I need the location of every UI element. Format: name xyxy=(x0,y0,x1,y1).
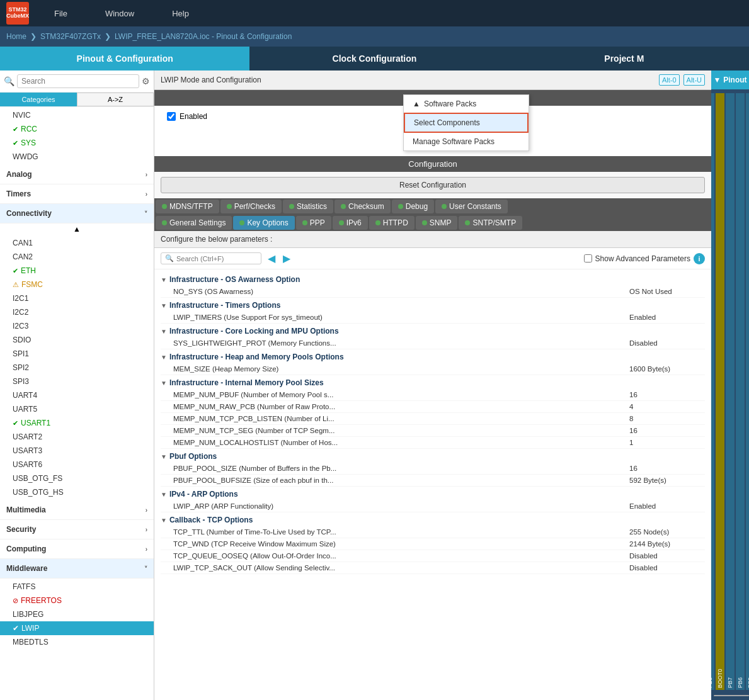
chevron-up-icon: ▲ xyxy=(413,99,420,108)
alt-buttons: Alt-0 Alt-U xyxy=(659,74,705,86)
sidebar-item-mbedtls[interactable]: MBEDTLS xyxy=(0,635,154,649)
sidebar-item-i2c1[interactable]: I2C1 xyxy=(0,291,154,305)
param-lwip-arp: LWIP_ARP (ARP Functionality) Enabled xyxy=(161,500,705,512)
breadcrumb-home[interactable]: Home xyxy=(6,32,26,41)
group-timers[interactable]: ▼ Infrastructure - Timers Options xyxy=(161,298,705,312)
group-heap-memory[interactable]: ▼ Infrastructure - Heap and Memory Pools… xyxy=(161,349,705,363)
category-multimedia[interactable]: Multimedia › xyxy=(0,500,154,520)
tab-mdns-tftp[interactable]: MDNS/TFTP xyxy=(156,200,219,213)
right-sidebar: ▼ Pinout PB9 PB8 BOOT0 PB7 PB6 PB5 PB4 xyxy=(711,71,749,700)
tab-perf-checks[interactable]: Perf/Checks xyxy=(220,200,282,213)
tab-user-constants[interactable]: User Constants xyxy=(435,200,508,213)
tab-snmp[interactable]: SNMP xyxy=(416,216,458,230)
tab-debug[interactable]: Debug xyxy=(392,200,434,213)
tab-pinout[interactable]: Pinout & Configuration xyxy=(0,47,249,71)
file-menu[interactable]: File xyxy=(42,6,80,21)
params-header: Configure the below parameters : xyxy=(154,231,711,248)
filter-categories[interactable]: Categories xyxy=(0,93,77,106)
tab-sntp-smtp[interactable]: SNTP/SMTP xyxy=(459,216,522,230)
sidebar-item-sys[interactable]: ✔ SYS xyxy=(0,136,154,150)
altu-button[interactable]: Alt-U xyxy=(683,74,705,86)
sidebar-item-lwip[interactable]: ✔ LWIP xyxy=(0,621,154,635)
breadcrumb-device[interactable]: STM32F407ZGTx xyxy=(40,32,101,41)
pinout-chip-panel xyxy=(714,695,749,696)
breadcrumb-file: LWIP_FREE_LAN8720A.ioc - Pinout & Config… xyxy=(115,32,292,41)
pin-pb8: PB8 xyxy=(711,93,714,690)
sidebar-item-usart1[interactable]: ✔ USART1 xyxy=(0,416,154,430)
sidebar: 🔍 ⚙ Categories A->Z NVIC ✔ RCC ✔ SYS WWD… xyxy=(0,71,154,700)
dropdown-manage-software-packs[interactable]: Manage Software Packs xyxy=(404,133,529,150)
sidebar-item-can1[interactable]: CAN1 xyxy=(0,236,154,250)
reset-config-button[interactable]: Reset Configuration xyxy=(161,177,705,193)
tab-project[interactable]: Project M xyxy=(500,47,749,71)
breadcrumb: Home ❯ STM32F407ZGTx ❯ LWIP_FREE_LAN8720… xyxy=(0,26,749,47)
category-computing[interactable]: Computing › xyxy=(0,539,154,559)
category-timers[interactable]: Timers › xyxy=(0,184,154,204)
config-header: Configuration xyxy=(154,156,711,172)
nav-prev-button[interactable]: ◀ xyxy=(266,251,277,266)
gear-icon[interactable]: ⚙ xyxy=(142,76,150,86)
sidebar-item-spi3[interactable]: SPI3 xyxy=(0,375,154,388)
timers-arrow: › xyxy=(146,191,147,198)
enabled-checkbox[interactable] xyxy=(167,112,176,121)
sidebar-item-wwdg[interactable]: WWDG xyxy=(0,150,154,164)
filter-tabs: Categories A->Z xyxy=(0,93,154,107)
category-security[interactable]: Security › xyxy=(0,520,154,539)
sidebar-item-nvic[interactable]: NVIC xyxy=(0,108,154,122)
sidebar-item-usb-otg-hs[interactable]: USB_OTG_HS xyxy=(0,485,154,499)
tab-key-options[interactable]: Key Options xyxy=(233,216,294,230)
tab-clock[interactable]: Clock Configuration xyxy=(249,47,499,71)
sidebar-item-usart3[interactable]: USART3 xyxy=(0,444,154,458)
sidebar-item-sdio[interactable]: SDIO xyxy=(0,333,154,347)
sidebar-item-usb-otg-fs[interactable]: USB_OTG_FS xyxy=(0,471,154,485)
sidebar-item-can2[interactable]: CAN2 xyxy=(0,250,154,264)
sidebar-item-spi2[interactable]: SPI2 xyxy=(0,361,154,375)
alt0-button[interactable]: Alt-0 xyxy=(659,74,680,86)
show-advanced-label: Show Advanced Parameters xyxy=(595,254,690,263)
tab-ipv6[interactable]: IPv6 xyxy=(333,216,368,230)
params-toolbar: 🔍 ◀ ▶ Show Advanced Parameters i xyxy=(154,248,711,269)
sidebar-item-fsmc[interactable]: ⚠ FSMC xyxy=(0,278,154,291)
tab-general-settings[interactable]: General Settings xyxy=(156,216,232,230)
filter-az[interactable]: A->Z xyxy=(77,93,154,106)
help-menu[interactable]: Help xyxy=(159,6,202,21)
sidebar-item-usart2[interactable]: USART2 xyxy=(0,430,154,444)
tab-statistics[interactable]: Statistics xyxy=(283,200,333,213)
group-arp[interactable]: ▼ IPv4 - ARP Options xyxy=(161,487,705,500)
sidebar-item-libjpeg[interactable]: LIBJPEG xyxy=(0,607,154,621)
dropdown-software-packs[interactable]: ▲ Software Packs xyxy=(404,95,529,113)
category-connectivity[interactable]: Connectivity ˅ xyxy=(0,204,154,223)
category-analog[interactable]: Analog › xyxy=(0,165,154,184)
group-core-locking[interactable]: ▼ Infrastructure - Core Locking and MPU … xyxy=(161,324,705,337)
param-lwip-timers: LWIP_TIMERS (Use Support For sys_timeout… xyxy=(161,312,705,324)
sidebar-item-i2c2[interactable]: I2C2 xyxy=(0,305,154,319)
search-input[interactable] xyxy=(17,74,139,88)
sidebar-item-spi1[interactable]: SPI1 xyxy=(0,347,154,361)
info-icon[interactable]: i xyxy=(694,253,705,264)
sidebar-item-i2c3[interactable]: I2C3 xyxy=(0,319,154,333)
tab-checksum[interactable]: Checksum xyxy=(334,200,391,213)
group-pbuf[interactable]: ▼ Pbuf Options xyxy=(161,449,705,463)
sidebar-item-freertos[interactable]: ⊘ FREERTOS xyxy=(0,594,154,607)
sidebar-item-uart4[interactable]: UART4 xyxy=(0,388,154,402)
group-os-awareness[interactable]: ▼ Infrastructure - OS Awarness Option xyxy=(161,272,705,286)
sidebar-item-eth[interactable]: ✔ ETH xyxy=(0,264,154,278)
nav-next-button[interactable]: ▶ xyxy=(282,251,292,266)
search-small-icon: 🔍 xyxy=(165,254,174,262)
sidebar-item-uart5[interactable]: UART5 xyxy=(0,402,154,416)
dropdown-select-components[interactable]: Select Components xyxy=(404,113,529,133)
sidebar-item-usart6[interactable]: USART6 xyxy=(0,458,154,471)
tab-ppp[interactable]: PPP xyxy=(296,216,331,230)
group-tcp-callback[interactable]: ▼ Callback - TCP Options xyxy=(161,512,705,526)
show-advanced-checkbox[interactable] xyxy=(584,254,592,262)
group-internal-memory[interactable]: ▼ Infrastructure - Internal Memory Pool … xyxy=(161,375,705,389)
category-middleware[interactable]: Middleware ˅ xyxy=(0,559,154,579)
enabled-label: Enabled xyxy=(180,112,207,121)
params-search-input[interactable] xyxy=(176,255,252,262)
scroll-up[interactable]: ▲ xyxy=(0,223,154,235)
sidebar-item-rcc[interactable]: ✔ RCC xyxy=(0,122,154,136)
logo-icon: STM32CubeMX xyxy=(6,2,29,25)
window-menu[interactable]: Window xyxy=(93,6,147,21)
tab-httpd[interactable]: HTTPD xyxy=(369,216,415,230)
sidebar-item-fatfs[interactable]: FATFS xyxy=(0,580,154,594)
